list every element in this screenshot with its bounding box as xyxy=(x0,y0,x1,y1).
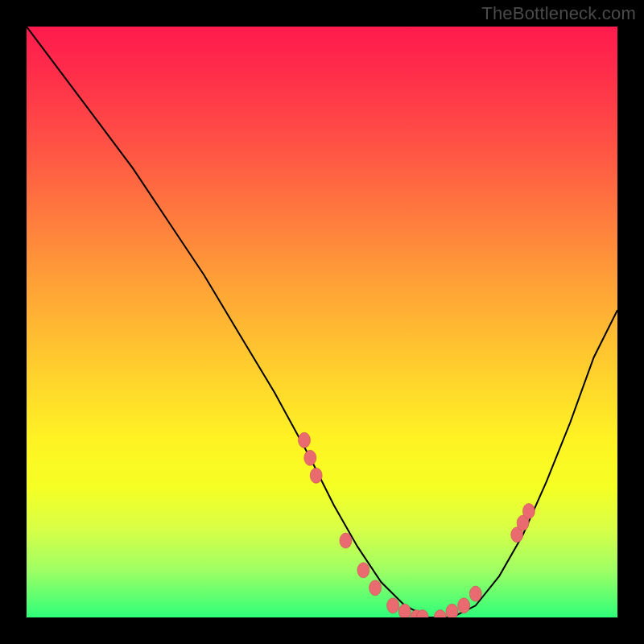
marker-dot xyxy=(398,604,411,617)
marker-dots xyxy=(299,432,535,617)
marker-dot xyxy=(310,468,322,483)
bottleneck-curve xyxy=(27,27,617,617)
chart-frame: TheBottleneck.com xyxy=(0,0,644,644)
marker-dot xyxy=(357,563,369,578)
marker-dot xyxy=(446,604,458,617)
marker-dot xyxy=(299,432,311,448)
watermark-text: TheBottleneck.com xyxy=(481,3,636,24)
marker-dot xyxy=(458,598,470,613)
marker-dot xyxy=(434,610,446,618)
marker-dot xyxy=(469,586,481,601)
plot-area xyxy=(27,27,617,617)
marker-dot xyxy=(340,533,352,548)
curve-svg xyxy=(27,27,617,617)
marker-dot xyxy=(387,598,399,613)
marker-dot xyxy=(522,503,535,518)
marker-dot xyxy=(369,580,382,596)
marker-dot xyxy=(304,450,316,465)
